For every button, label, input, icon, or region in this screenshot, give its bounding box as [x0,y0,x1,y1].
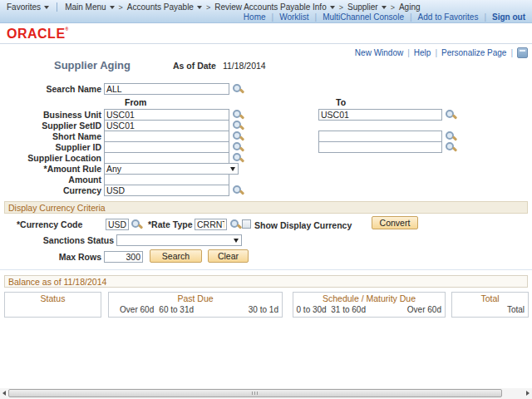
portal-header: Favorites Main Menu > Accounts Payable >… [0,0,532,23]
from-column-header: From [125,97,146,107]
supplier-setid-input[interactable] [104,120,229,131]
breadcrumb-item-aging[interactable]: Aging [399,2,421,12]
column-header: 30 to 1d [197,304,282,317]
supplier-location-lookup-icon[interactable] [232,152,244,164]
multichannel-console-link[interactable]: MultiChannel Console [323,12,404,22]
show-display-currency-label: Show Display Currency [254,220,352,230]
supplier-id-from-input[interactable] [104,141,229,153]
max-rows-label: Max Rows [0,252,101,262]
supplier-location-input[interactable] [104,152,229,164]
search-name-lookup-icon[interactable] [232,83,244,95]
breadcrumb-separator: > [391,3,395,12]
supplier-id-to-input[interactable] [318,141,442,153]
divider: | [315,12,318,22]
amount-rule-label: *Amount Rule [0,164,101,174]
business-unit-to-lookup-icon[interactable] [445,109,457,121]
currency-lookup-icon[interactable] [232,185,244,196]
breadcrumb-separator: > [119,3,123,12]
breadcrumb-item-accounts-payable[interactable]: Accounts Payable [127,2,202,12]
divider [0,269,532,270]
amount-input[interactable] [104,174,229,185]
schedule-maturity-due-column-group: Schedule / Maturity Due 0 to 30d 31 to 6… [293,292,446,318]
help-link[interactable]: Help [414,48,431,57]
business-unit-from-input[interactable] [104,109,229,121]
main-menu-label: Main Menu [65,2,106,12]
supplier-setid-lookup-icon[interactable] [232,120,244,131]
column-header: 31 to 60d [330,304,369,317]
breadcrumb-item-supplier[interactable]: Supplier [347,2,387,12]
status-group-title: Status [5,293,101,304]
worklist-link[interactable]: Worklist [279,12,308,22]
business-unit-from-lookup-icon[interactable] [232,109,244,121]
rate-type-lookup-icon[interactable] [229,219,242,230]
short-name-from-input[interactable] [104,131,229,142]
personalize-page-link[interactable]: Personalize Page [441,48,506,57]
personalize-layout-icon[interactable] [517,47,528,58]
utility-nav: Home | Worklist | MultiChannel Console |… [244,12,525,22]
supplier-id-to-lookup-icon[interactable] [445,141,457,153]
chevron-down-icon [382,6,387,9]
business-unit-to-input[interactable] [318,109,442,121]
convert-button[interactable]: Convert [372,216,418,229]
add-to-favorites-link[interactable]: Add to Favorites [418,12,479,22]
as-of-date-label: As of Date [173,61,216,71]
currency-code-input[interactable] [106,219,129,230]
favorites-menu[interactable]: Favorites [7,2,49,12]
divider: | [510,48,513,57]
currency-input[interactable] [104,185,229,196]
divider: | [410,12,412,22]
currency-label: Currency [0,185,101,195]
oracle-logo-text: ORACLE [7,27,66,41]
sanctions-status-select[interactable] [116,234,242,246]
scrollbar-thumb[interactable] [8,389,502,397]
divider: | [435,48,437,57]
divider: | [407,48,410,57]
sign-out-link[interactable]: Sign out [492,12,525,22]
chevron-down-icon [197,6,202,9]
oracle-logo: ORACLE® [7,27,69,42]
search-name-label: Search Name [0,84,101,94]
amount-rule-select[interactable]: Any [104,163,239,175]
supplier-aging-page: Favorites Main Menu > Accounts Payable >… [0,0,532,399]
status-group-columns [5,304,101,317]
breadcrumb-item-label: Aging [399,2,421,12]
display-currency-criteria-header: Display Currency Criteria [4,201,528,214]
clear-button[interactable]: Clear [208,249,249,263]
currency-code-lookup-icon[interactable] [131,219,143,230]
rate-type-label: *Rate Type [148,219,192,229]
schedule-maturity-due-group-title: Schedule / Maturity Due [293,293,445,304]
breadcrumb-item-review-accounts-payable-info[interactable]: Review Accounts Payable Info [214,2,335,12]
dropdown-arrow-icon [234,239,239,243]
max-rows-input[interactable] [104,251,143,263]
short-name-to-input[interactable] [318,131,442,142]
page-actions: New Window | Help | Personalize Page | [355,47,528,58]
short-name-to-lookup-icon[interactable] [445,131,457,142]
supplier-setid-label: Supplier SetID [0,121,101,131]
short-name-label: Short Name [0,131,101,141]
total-column-group: Total Total [451,292,529,318]
chevron-down-icon [330,6,335,9]
show-display-currency-checkbox[interactable] [242,219,251,229]
horizontal-scrollbar[interactable] [0,388,532,399]
chevron-down-icon [110,6,115,9]
home-link[interactable]: Home [244,12,266,22]
search-name-input[interactable] [104,83,229,95]
past-due-column-group: Past Due Over 60d 60 to 31d 30 to 1d [108,292,283,318]
short-name-from-lookup-icon[interactable] [232,131,244,142]
registered-mark: ® [66,27,69,32]
scroll-left-icon[interactable] [2,391,6,396]
scroll-right-icon[interactable] [526,391,530,396]
to-column-header: To [336,97,346,107]
main-menu[interactable]: Main Menu [65,2,114,12]
breadcrumb-item-label: Review Accounts Payable Info [214,2,327,12]
breadcrumb-separator: > [206,3,210,12]
divider: | [484,12,486,22]
search-button[interactable]: Search [150,249,202,263]
rate-type-input[interactable] [195,219,227,230]
new-window-link[interactable]: New Window [355,48,403,57]
sanctions-status-label: Sanctions Status [0,235,114,245]
divider: | [272,12,274,22]
column-header: Total [452,304,528,317]
supplier-id-from-lookup-icon[interactable] [232,141,244,153]
branding-bar: ORACLE® [0,23,532,44]
